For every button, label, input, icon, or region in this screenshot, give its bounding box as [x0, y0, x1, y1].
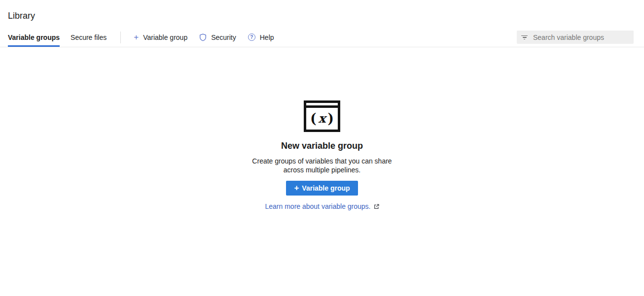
x-glyph: x — [319, 112, 326, 125]
tab-command-bar: Variable groups Secure files + Variable … — [0, 28, 644, 47]
empty-state-description-line1: Create groups of variables that you can … — [252, 157, 392, 166]
tab-secure-files[interactable]: Secure files — [71, 28, 107, 47]
learn-more-link[interactable]: Learn more about variable groups. — [265, 202, 370, 210]
security-label: Security — [211, 33, 236, 41]
plus-icon: + — [294, 184, 299, 193]
variable-group-icon-body: ( x ) — [306, 108, 338, 130]
empty-state: ( x ) New variable group Create groups o… — [0, 100, 644, 210]
variable-group-icon-titlebar — [306, 103, 338, 108]
security-button[interactable]: Security — [193, 31, 242, 44]
create-variable-group-button[interactable]: + Variable group — [286, 181, 358, 196]
help-button[interactable]: ? Help — [242, 31, 280, 44]
variable-group-icon: ( x ) — [304, 100, 340, 132]
shield-icon — [199, 33, 207, 41]
page-title: Library — [0, 0, 644, 28]
toolbar-divider — [120, 32, 121, 43]
paren-open-glyph: ( — [310, 111, 316, 126]
add-variable-group-toolbar-label: Variable group — [143, 33, 187, 41]
filter-icon — [521, 35, 528, 40]
search-box[interactable] — [517, 31, 634, 44]
empty-state-description: Create groups of variables that you can … — [252, 157, 392, 174]
create-variable-group-button-label: Variable group — [302, 184, 350, 192]
help-label: Help — [260, 33, 274, 41]
empty-state-description-line2: across multiple pipelines. — [252, 166, 392, 175]
help-icon: ? — [248, 33, 255, 41]
search-input[interactable] — [532, 33, 629, 42]
tab-variable-groups[interactable]: Variable groups — [8, 28, 60, 47]
empty-state-title: New variable group — [281, 141, 363, 151]
plus-icon: + — [134, 33, 139, 41]
external-link-icon — [374, 204, 379, 209]
learn-more-row: Learn more about variable groups. — [265, 202, 379, 210]
add-variable-group-toolbar-button[interactable]: + Variable group — [128, 30, 193, 44]
paren-close-glyph: ) — [327, 111, 333, 126]
